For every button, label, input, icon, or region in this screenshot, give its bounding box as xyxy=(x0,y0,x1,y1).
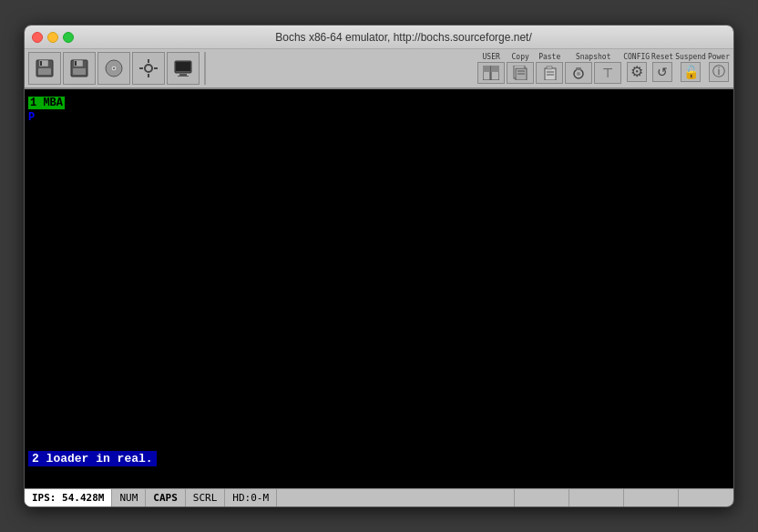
paste-button[interactable] xyxy=(536,62,563,84)
svg-rect-12 xyxy=(148,59,149,63)
svg-rect-33 xyxy=(576,67,581,70)
svg-rect-6 xyxy=(75,61,77,66)
reset-group: Reset ↺ xyxy=(651,54,673,82)
paste-group: Paste xyxy=(536,54,563,84)
svg-rect-14 xyxy=(139,67,143,69)
monitor-icon[interactable] xyxy=(167,52,200,85)
statusbar: IPS: 54.428M NUM CAPS SCRL HD:0-M xyxy=(25,488,733,506)
status-empty-5 xyxy=(679,489,733,506)
hd-status: HD:0-M xyxy=(225,489,277,506)
svg-rect-23 xyxy=(491,66,499,72)
suspend-group: Suspend 🔓 xyxy=(675,54,706,82)
snapshot-button[interactable] xyxy=(565,62,592,84)
svg-rect-7 xyxy=(73,68,86,75)
svg-rect-19 xyxy=(178,76,189,77)
status-empty-4 xyxy=(624,489,679,506)
power-button[interactable]: ⓘ xyxy=(709,62,729,82)
bochs-window: Bochs x86-64 emulator, http://bochs.sour… xyxy=(24,25,734,507)
cdrom-icon[interactable] xyxy=(97,52,130,85)
maximize-button[interactable] xyxy=(63,32,74,43)
emu-bottom-line: 2 loader in real. xyxy=(28,451,157,466)
settings-icon[interactable] xyxy=(132,52,165,85)
svg-rect-2 xyxy=(40,61,42,66)
status-empty-2 xyxy=(515,489,569,506)
svg-point-34 xyxy=(577,72,580,76)
window-title: Bochs x86-64 emulator, http://bochs.sour… xyxy=(81,31,726,44)
svg-rect-15 xyxy=(154,67,158,69)
snapshot-group: Snapshot ⊤ xyxy=(565,54,621,84)
svg-rect-13 xyxy=(148,74,149,77)
toolbar-divider-1 xyxy=(204,52,206,85)
config-button[interactable]: ⚙ xyxy=(627,62,647,82)
copy-group: Copy xyxy=(507,54,534,84)
svg-rect-18 xyxy=(179,74,187,76)
power-label: Power xyxy=(708,54,730,61)
config-group: CONFIG ⚙ xyxy=(623,54,650,82)
svg-point-10 xyxy=(113,67,115,69)
toolbar: USER Copy xyxy=(25,49,733,89)
ips-status: IPS: 54.428M xyxy=(25,489,112,506)
paste-label: Paste xyxy=(538,54,560,61)
close-button[interactable] xyxy=(32,32,43,43)
num-status: NUM xyxy=(112,489,146,506)
status-empty-3 xyxy=(569,489,624,506)
traffic-lights xyxy=(32,32,74,43)
svg-rect-3 xyxy=(38,68,51,75)
svg-rect-21 xyxy=(483,66,490,72)
toolbar-left-icons xyxy=(28,52,200,85)
emu-line2: P xyxy=(28,111,65,124)
emu-top-content: 1 MBA P xyxy=(28,93,65,124)
svg-point-11 xyxy=(145,65,152,72)
copy-button[interactable] xyxy=(507,62,534,84)
svg-rect-29 xyxy=(547,66,552,69)
floppy-icon[interactable] xyxy=(28,52,61,85)
user-button[interactable] xyxy=(477,62,505,84)
suspend-label: Suspend xyxy=(675,54,706,61)
floppy2-icon[interactable] xyxy=(63,52,96,85)
caps-status: CAPS xyxy=(146,489,186,506)
emulator-screen[interactable]: 1 MBA P 2 loader in real. xyxy=(25,89,733,488)
snapshot-extra-button[interactable]: ⊤ xyxy=(594,62,621,84)
suspend-button[interactable]: 🔓 xyxy=(681,62,701,82)
emu-line1: 1 MBA xyxy=(28,97,65,109)
user-label: USER xyxy=(483,54,500,61)
svg-rect-17 xyxy=(176,62,190,71)
emu-bottom-content: 2 loader in real. xyxy=(28,449,157,466)
minimize-button[interactable] xyxy=(47,32,58,43)
reset-button[interactable]: ↺ xyxy=(652,62,672,82)
snapshot-label: Snapshot xyxy=(576,54,611,61)
user-group: USER xyxy=(477,54,505,84)
reset-label: Reset xyxy=(651,54,673,61)
power-group: Power ⓘ xyxy=(708,54,730,82)
toolbar-right: USER Copy xyxy=(477,54,730,84)
status-empty-1 xyxy=(277,489,515,506)
copy-label: Copy xyxy=(512,54,529,61)
scrl-status: SCRL xyxy=(186,489,226,506)
config-label: CONFIG xyxy=(623,54,650,61)
titlebar: Bochs x86-64 emulator, http://bochs.sour… xyxy=(25,26,733,49)
